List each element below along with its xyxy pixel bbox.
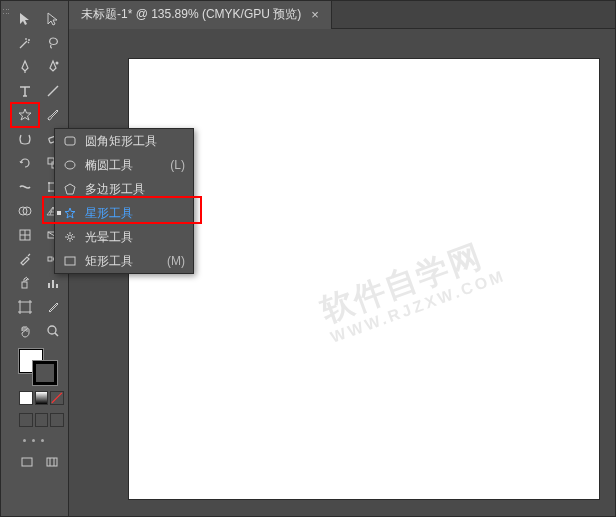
svg-line-21: [52, 393, 62, 403]
svg-point-5: [48, 182, 50, 184]
flyout-flare[interactable]: 光晕工具: [55, 225, 193, 249]
width-tool[interactable]: [11, 175, 39, 199]
flyout-shortcut: (M): [167, 254, 185, 268]
svg-rect-19: [20, 302, 30, 312]
rectangle-icon: [63, 254, 77, 268]
direct-selection-tool[interactable]: [39, 7, 67, 31]
flyout-shortcut: (L): [170, 158, 185, 172]
lasso-tool[interactable]: [39, 31, 67, 55]
ellipse-icon: [63, 158, 77, 172]
flyout-rectangle[interactable]: 矩形工具 (M): [55, 249, 193, 273]
eyedropper-tool[interactable]: [11, 247, 39, 271]
flare-icon: [63, 230, 77, 244]
svg-rect-28: [65, 257, 75, 265]
polygon-icon: [63, 182, 77, 196]
flyout-label: 椭圆工具: [85, 157, 162, 174]
flyout-label: 星形工具: [85, 205, 177, 222]
slice-tool[interactable]: [39, 295, 67, 319]
color-mode-none[interactable]: [50, 391, 64, 405]
svg-rect-16: [48, 283, 50, 288]
pen-tool[interactable]: [11, 55, 39, 79]
svg-point-25: [65, 161, 75, 169]
svg-rect-24: [65, 137, 75, 145]
flyout-polygon[interactable]: 多边形工具: [55, 177, 193, 201]
shaper-tool[interactable]: [11, 127, 39, 151]
mesh-tool[interactable]: [11, 223, 39, 247]
svg-rect-23: [47, 458, 57, 466]
selection-tool[interactable]: [11, 7, 39, 31]
screen-mode-tool[interactable]: [15, 450, 40, 474]
draw-inside[interactable]: [50, 413, 64, 427]
svg-rect-15: [22, 282, 27, 288]
document-tab[interactable]: 未标题-1* @ 135.89% (CMYK/GPU 预览) ×: [69, 1, 332, 29]
draw-normal[interactable]: [19, 413, 33, 427]
rounded-rectangle-icon: [63, 134, 77, 148]
svg-point-20: [48, 326, 56, 334]
shape-tool-flyout: 圆角矩形工具 椭圆工具 (L) 多边形工具 星形工具 光晕工具 矩形工具 (M): [54, 128, 194, 274]
draw-mode-row: [19, 413, 64, 427]
symbol-sprayer-tool[interactable]: [11, 271, 39, 295]
stroke-color[interactable]: [33, 361, 57, 385]
magic-wand-tool[interactable]: [11, 31, 39, 55]
flyout-label: 多边形工具: [85, 181, 177, 198]
type-tool[interactable]: [11, 79, 39, 103]
draw-behind[interactable]: [35, 413, 49, 427]
svg-rect-13: [48, 257, 52, 261]
flyout-ellipse[interactable]: 椭圆工具 (L): [55, 153, 193, 177]
flyout-label: 矩形工具: [85, 253, 159, 270]
svg-point-7: [48, 190, 50, 192]
artboard-tool[interactable]: [11, 295, 39, 319]
edit-toolbar[interactable]: [40, 450, 65, 474]
flyout-label: 圆角矩形工具: [85, 133, 177, 150]
svg-rect-17: [52, 280, 54, 288]
zoom-tool[interactable]: [39, 319, 67, 343]
hand-tool[interactable]: [11, 319, 39, 343]
panel-drag-handle[interactable]: [1, 1, 11, 516]
color-mode-row: [19, 391, 64, 405]
flyout-star[interactable]: 星形工具: [55, 201, 193, 225]
fill-stroke-swatch[interactable]: [19, 349, 59, 387]
flyout-rounded-rectangle[interactable]: 圆角矩形工具: [55, 129, 193, 153]
star-tool[interactable]: [11, 103, 39, 127]
column-graph-tool[interactable]: [39, 271, 67, 295]
curvature-tool[interactable]: [39, 55, 67, 79]
paintbrush-tool[interactable]: [39, 103, 67, 127]
shape-builder-tool[interactable]: [11, 199, 39, 223]
svg-rect-18: [56, 284, 58, 288]
tab-bar: 未标题-1* @ 135.89% (CMYK/GPU 预览) ×: [69, 1, 615, 29]
touch-type-tool[interactable]: [39, 79, 67, 103]
color-mode-solid[interactable]: [19, 391, 33, 405]
svg-marker-26: [65, 184, 75, 194]
tab-title: 未标题-1* @ 135.89% (CMYK/GPU 预览): [81, 6, 301, 23]
flyout-label: 光晕工具: [85, 229, 177, 246]
canvas[interactable]: [129, 59, 599, 499]
screen-mode-dots: [23, 439, 64, 442]
star-icon: [63, 206, 77, 220]
rotate-tool[interactable]: [11, 151, 39, 175]
svg-rect-22: [22, 458, 32, 466]
close-icon[interactable]: ×: [311, 7, 319, 22]
svg-point-0: [56, 62, 59, 65]
svg-point-27: [68, 235, 72, 239]
color-mode-gradient[interactable]: [35, 391, 49, 405]
